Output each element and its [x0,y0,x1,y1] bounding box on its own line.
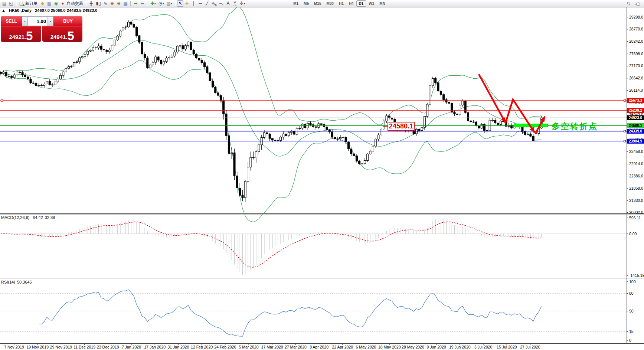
plus-overlay-icon: ✚ [22,4,25,7]
line-chart-icon[interactable]: ∿ [102,0,109,7]
svg-text:0: 0 [629,338,631,343]
sell-button[interactable]: SELL [1,16,22,26]
timeframe-w1[interactable]: W1 [366,0,377,7]
timeframe-m30[interactable]: M30 [324,0,336,7]
svg-text:23 Dec 2019: 23 Dec 2019 [97,345,119,349]
trade-panel-top-row: SELL ▼ ▲ BUY [1,16,82,26]
template-icon[interactable]: ▧▾ [166,0,174,7]
zoom-out-icon[interactable]: ⊖ [116,0,122,7]
svg-text:23904.9: 23904.9 [629,139,643,143]
trendline-icon[interactable]: ╱ [204,0,210,7]
fibonacci-icon-suffix: E [215,3,217,6]
macd-main-value: -64.42 [31,215,43,220]
svg-text:28242.0: 28242.0 [629,39,643,43]
toolbar-separator [130,1,131,6]
svg-text:15: 15 [629,329,634,334]
new-order-icon[interactable]: ▢✚ [18,0,24,7]
fibonacci-icon[interactable]: ∿E [210,0,218,7]
svg-text:21858.0: 21858.0 [629,186,643,190]
crosshair-icon[interactable]: ✛ [184,0,190,7]
rsi-name: RSI(14) [1,280,15,284]
timeframe-d1[interactable]: D1 [356,0,366,7]
periods-icon-glyph: ◷ [158,1,162,6]
periods-icon[interactable]: ◷▾ [157,0,165,7]
svg-text:22386.0: 22386.0 [629,174,643,178]
expert-advisors-icon[interactable]: ◆ [39,0,46,7]
timeframe-m15[interactable]: M15 [311,0,324,7]
auto-trading-icon[interactable]: ● [59,0,66,7]
timeframe-mn[interactable]: MN [377,0,388,7]
svg-text:8 Apr 2020: 8 Apr 2020 [310,345,328,349]
toolbar-separator [147,1,148,6]
auto-scroll-icon[interactable]: ⇥ [133,0,139,7]
svg-text:28770.0: 28770.0 [629,27,643,31]
chat-icon[interactable] [634,0,641,7]
svg-text:29298.0: 29298.0 [629,15,643,19]
pivot-price-callout[interactable]: 24580.1 [388,122,415,131]
toolbar-left-group: ▤◱▢✚新订单◆▥◉●自动交易╫▮▯∿⊕⊖▦⇥⇤✚▾◷▾▧▾↖✛│─╱∿E┉FA… [1,0,246,7]
pivot-annotation-text[interactable]: 多空转折点 [552,121,598,132]
volume-decrease-button[interactable]: ▼ [22,16,28,26]
text-icon-glyph: A [227,1,230,6]
timeframe-group: M1M5M15M30H1H4D1W1MN [291,0,388,7]
text-label-icon[interactable]: T [232,0,238,7]
volume-input[interactable] [28,16,48,26]
svg-text:23458.0: 23458.0 [629,149,643,154]
tile-windows-icon[interactable]: ▦ [122,0,129,7]
macd-signal-value: 32.88 [45,215,55,220]
svg-text:21330.0: 21330.0 [629,198,643,203]
search-icon[interactable]: ⚲ [625,0,632,7]
zoom-in-icon[interactable]: ⊕ [109,0,115,7]
buy-price-display[interactable]: 24941.5 [42,26,83,42]
channel-icon[interactable]: ┉F [218,0,225,7]
candlestick-chart-icon[interactable]: ▮▯ [95,0,102,7]
toolbar-right-group: ⚲ [625,0,643,7]
cursor-icon[interactable]: ↖ [177,0,183,7]
trade-panel-price-row: 24921.5 24941.5 [1,26,82,42]
bar-chart-icon[interactable]: ╫ [88,0,94,7]
volume-increase-button[interactable]: ▲ [48,16,53,26]
toolbar-separator [16,1,17,6]
timeframe-m1[interactable]: M1 [291,0,301,7]
horizontal-line-icon[interactable]: ─ [197,0,203,7]
chevron-down-icon: ▾ [163,2,164,5]
cursor-icon-glyph: ↖ [179,1,182,6]
signals-icon[interactable]: ◉ [53,0,59,7]
trendline-icon-glyph: ╱ [206,1,208,6]
macd-indicator-label: MACD(12,26,9)-64.4232.88 [1,215,57,220]
arrows-icon[interactable]: ✣▾ [239,0,246,7]
tile-windows-icon-glyph: ▦ [124,1,128,6]
rsi-value: 50.3645 [17,280,32,284]
indicators-icon-glyph: ✚ [150,1,154,6]
svg-text:25673.3: 25673.3 [629,98,643,102]
svg-text:27 Mar 2020: 27 Mar 2020 [285,345,307,349]
chart-shift-icon[interactable]: ⇤ [139,0,146,7]
svg-text:17 Jan 2020: 17 Jan 2020 [144,345,166,349]
buy-button[interactable]: BUY [53,16,82,26]
timeframe-h4[interactable]: H4 [346,0,356,7]
toolbar-separator [175,1,176,6]
chat-bubble-icon [636,3,640,6]
chart-window-icon[interactable]: ▤ [1,0,7,7]
new-order-icon-label[interactable]: 新订单 [25,1,37,6]
vertical-line-icon[interactable]: │ [190,0,197,7]
svg-text:27698.0: 27698.0 [629,52,643,56]
market-watch-icon[interactable]: ◱ [8,0,14,7]
chevron-down-icon: ▾ [171,2,173,5]
timeframe-m5[interactable]: M5 [301,0,311,7]
chart-canvas[interactable]: 29298.028770.028242.027698.027170.026642… [0,0,644,350]
sell-price-big-digit: 5 [26,31,33,41]
text-icon[interactable]: A [225,0,231,7]
timeframe-h1[interactable]: H1 [336,0,346,7]
collapse-arrow-icon[interactable]: ▲ [1,8,6,13]
svg-text:100: 100 [629,279,636,284]
mql5-community-icon[interactable]: ▥ [46,0,52,7]
sell-price-display[interactable]: 24921.5 [1,26,41,42]
svg-text:5 Mar 2020: 5 Mar 2020 [239,345,258,349]
auto-trading-icon-label[interactable]: 自动交易 [66,1,83,6]
signals-icon-glyph: ◉ [54,1,58,6]
svg-text:12 Feb 2020: 12 Feb 2020 [191,345,213,349]
svg-text:24339.0: 24339.0 [629,129,643,133]
svg-text:22914.0: 22914.0 [629,161,643,166]
indicators-icon[interactable]: ✚▾ [149,0,157,7]
